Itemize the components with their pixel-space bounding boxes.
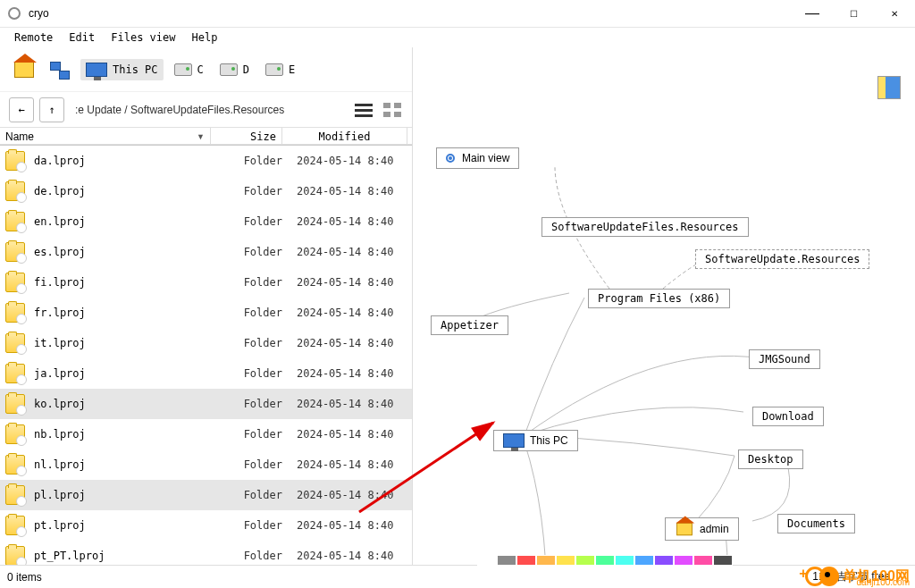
this-pc-button[interactable]: This PC xyxy=(80,59,164,80)
table-row[interactable]: en.lprojFolder2024-05-14 8:40 xyxy=(0,206,412,237)
file-size: Folder xyxy=(211,246,282,258)
radio-icon xyxy=(446,154,455,163)
table-row[interactable]: fr.lprojFolder2024-05-14 8:40 xyxy=(0,298,412,328)
file-name: ja.lproj xyxy=(34,367,211,380)
folder-icon xyxy=(5,151,25,171)
menubar: Remote Edit Files view Help xyxy=(0,28,915,47)
monitor-icon xyxy=(86,63,107,77)
file-modified: 2024-05-14 8:40 xyxy=(282,155,407,167)
folder-icon xyxy=(5,394,25,414)
sort-indicator-icon: ▼ xyxy=(197,132,205,141)
file-name: nb.lproj xyxy=(34,428,211,441)
menu-files-view[interactable]: Files view xyxy=(104,29,182,46)
menu-remote[interactable]: Remote xyxy=(7,29,60,46)
color-palette[interactable] xyxy=(477,555,733,566)
file-modified: 2024-05-14 8:40 xyxy=(282,276,407,289)
drive-c-button[interactable]: C xyxy=(169,60,209,80)
palette-swatch[interactable] xyxy=(693,555,713,566)
back-button[interactable]: ← xyxy=(9,97,34,122)
file-name: fr.lproj xyxy=(34,307,211,319)
palette-swatch[interactable] xyxy=(497,555,516,566)
folder-icon xyxy=(5,455,25,475)
palette-swatch[interactable] xyxy=(556,555,575,566)
node-desktop[interactable]: Desktop xyxy=(738,449,803,469)
node-pf86[interactable]: Program Files (x86) xyxy=(588,289,730,308)
palette-swatch[interactable] xyxy=(654,555,674,566)
svg-rect-1 xyxy=(355,104,373,106)
drive-d-button[interactable]: D xyxy=(214,60,255,80)
table-row[interactable]: da.lprojFolder2024-05-14 8:40 xyxy=(0,146,412,176)
table-row[interactable]: fi.lprojFolder2024-05-14 8:40 xyxy=(0,267,412,298)
file-name: en.lproj xyxy=(34,215,211,228)
palette-swatch[interactable] xyxy=(713,555,733,566)
node-admin[interactable]: admin xyxy=(665,517,739,541)
palette-swatch[interactable] xyxy=(536,555,556,566)
folder-icon xyxy=(5,303,25,323)
drive-icon xyxy=(220,63,238,76)
table-row[interactable]: de.lprojFolder2024-05-14 8:40 xyxy=(0,176,412,206)
grid-view-button[interactable] xyxy=(382,99,403,121)
file-name: de.lproj xyxy=(34,185,211,197)
drive-e-button[interactable]: E xyxy=(260,60,300,80)
toolbar: This PC C D E xyxy=(0,47,412,92)
file-size: Folder xyxy=(211,519,282,532)
file-name: pl.lproj xyxy=(34,489,211,501)
breadcrumb[interactable]: :e Update / SoftwareUpdateFiles.Resource… xyxy=(70,104,348,116)
file-modified: 2024-05-14 8:40 xyxy=(282,246,407,258)
node-download[interactable]: Download xyxy=(752,407,824,426)
network-icon xyxy=(50,62,70,78)
annotation-arrow-icon xyxy=(350,405,511,521)
col-size[interactable]: Size xyxy=(211,128,282,145)
node-jmgsound[interactable]: JMGSound xyxy=(749,349,820,369)
folder-icon xyxy=(5,333,25,353)
palette-swatch[interactable] xyxy=(674,555,693,566)
folder-icon xyxy=(5,242,25,262)
svg-rect-7 xyxy=(394,112,401,117)
file-modified: 2024-05-14 8:40 xyxy=(282,519,407,532)
file-size: Folder xyxy=(211,185,282,197)
svg-rect-2 xyxy=(355,109,373,112)
col-name[interactable]: Name▼ xyxy=(0,128,211,145)
palette-swatch[interactable] xyxy=(615,555,634,566)
home-button[interactable] xyxy=(9,58,39,81)
up-button[interactable]: ↑ xyxy=(39,97,64,122)
main-view-tab[interactable]: Main view xyxy=(436,147,519,169)
close-button[interactable]: ✕ xyxy=(874,0,915,28)
menu-help[interactable]: Help xyxy=(185,29,225,46)
palette-swatch[interactable] xyxy=(634,555,654,566)
minimize-button[interactable]: — xyxy=(792,0,833,28)
palette-swatch[interactable] xyxy=(477,555,497,566)
status-items: 0 items xyxy=(7,571,42,584)
folder-icon xyxy=(5,273,25,292)
file-size: Folder xyxy=(211,367,282,380)
svg-line-8 xyxy=(359,423,493,512)
palette-swatch[interactable] xyxy=(595,555,615,566)
file-size: Folder xyxy=(211,337,282,349)
window-title: cryo xyxy=(29,7,49,20)
menu-edit[interactable]: Edit xyxy=(62,29,102,46)
node-documents[interactable]: Documents xyxy=(777,514,855,533)
view-swatch-button[interactable] xyxy=(877,76,901,99)
home-icon xyxy=(676,523,693,535)
table-row[interactable]: pt_PT.lprojFolder2024-05-14 8:40 xyxy=(0,541,412,565)
table-row[interactable]: ja.lprojFolder2024-05-14 8:40 xyxy=(0,358,412,389)
palette-swatch[interactable] xyxy=(575,555,595,566)
titlebar: cryo — ☐ ✕ xyxy=(0,0,915,28)
file-size: Folder xyxy=(211,155,282,167)
maximize-button[interactable]: ☐ xyxy=(833,0,874,28)
col-modified[interactable]: Modified xyxy=(282,128,407,145)
file-name: fi.lproj xyxy=(34,276,211,289)
network-button[interactable] xyxy=(45,58,75,81)
palette-swatch[interactable] xyxy=(516,555,536,566)
file-modified: 2024-05-14 8:40 xyxy=(282,307,407,319)
graph-pane[interactable]: Main view SoftwareUpdateFiles.Resources … xyxy=(413,128,915,565)
table-row[interactable]: it.lprojFolder2024-05-14 8:40 xyxy=(0,328,412,358)
file-size: Folder xyxy=(211,276,282,289)
node-appetizer[interactable]: Appetizer xyxy=(431,315,508,335)
file-size: Folder xyxy=(211,398,282,410)
node-swur[interactable]: SoftwareUpdate.Resources xyxy=(695,249,869,269)
list-view-button[interactable] xyxy=(353,99,374,121)
node-swuf[interactable]: SoftwareUpdateFiles.Resources xyxy=(541,217,749,237)
table-row[interactable]: es.lprojFolder2024-05-14 8:40 xyxy=(0,237,412,267)
folder-icon xyxy=(5,546,25,565)
